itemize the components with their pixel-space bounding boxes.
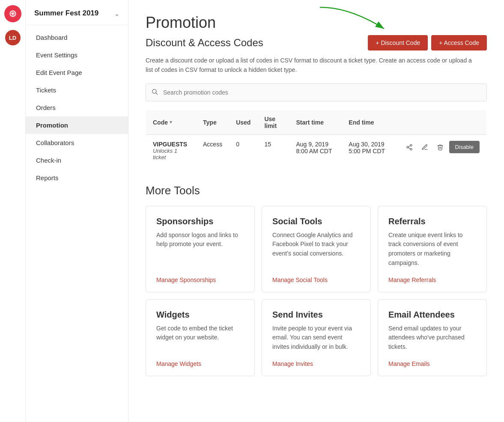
manage-social-tools-link[interactable]: Manage Social Tools — [272, 276, 360, 283]
section-buttons: + Discount Code + Access Code — [368, 35, 487, 51]
cell-used: 0 — [229, 134, 257, 166]
sidebar-nav-items: Dashboard Event Settings Edit Event Page… — [26, 25, 128, 190]
sidebar-nav: Summer Fest 2019 ⌄ Dashboard Event Setti… — [26, 0, 128, 422]
manage-emails-link[interactable]: Manage Emails — [388, 360, 476, 367]
svg-line-8 — [408, 146, 410, 147]
more-tools-title: More Tools — [146, 184, 487, 197]
col-header-actions — [396, 110, 487, 134]
tool-card-title-social-tools: Social Tools — [272, 217, 360, 226]
tool-card-email-attendees: Email Attendees Send email updates to yo… — [378, 299, 487, 376]
table-row: VIPGUESTS Unlocks 1 ticket Access 0 15 A… — [146, 134, 487, 166]
tool-card-desc-sponsorships: Add sponsor logos and links to help prom… — [156, 231, 244, 268]
tool-card-desc-social-tools: Connect Google Analytics and Facebook Pi… — [272, 231, 360, 268]
col-header-type: Type — [196, 110, 229, 134]
sidebar-item-edit-event-page[interactable]: Edit Event Page — [26, 64, 128, 81]
sidebar-item-promotion[interactable]: Promotion — [26, 116, 128, 134]
sidebar-item-event-settings[interactable]: Event Settings — [26, 46, 128, 64]
tool-card-desc-widgets: Get code to embed the ticket widget on y… — [156, 324, 244, 352]
col-header-used: Used — [229, 110, 257, 134]
section-title: Discount & Access Codes — [146, 37, 263, 49]
tool-card-send-invites: Send Invites Invite people to your event… — [262, 299, 371, 376]
cell-end-time: Aug 30, 2019 5:00 PM CDT — [342, 134, 396, 166]
svg-line-3 — [156, 93, 158, 95]
cell-use-limit: 15 — [257, 134, 289, 166]
manage-sponsorships-link[interactable]: Manage Sponsorships — [156, 276, 244, 283]
tool-card-desc-email-attendees: Send email updates to your attendees who… — [388, 324, 476, 352]
sidebar-item-reports[interactable]: Reports — [26, 169, 128, 187]
sort-icon: ▾ — [170, 119, 172, 125]
tool-card-referrals: Referrals Create unique event links to t… — [378, 206, 487, 292]
search-input[interactable] — [163, 85, 486, 100]
cell-code: VIPGUESTS Unlocks 1 ticket — [146, 134, 197, 166]
page-title: Promotion — [146, 14, 487, 32]
access-code-button[interactable]: + Access Code — [431, 35, 487, 51]
cell-actions: Disable — [396, 134, 487, 166]
tool-card-sponsorships: Sponsorships Add sponsor logos and links… — [146, 206, 255, 292]
sidebar-item-check-in[interactable]: Check-in — [26, 152, 128, 169]
tool-card-title-email-attendees: Email Attendees — [388, 310, 476, 320]
manage-referrals-link[interactable]: Manage Referrals — [388, 276, 476, 283]
event-header: Summer Fest 2019 ⌄ — [26, 0, 128, 25]
codes-table: Code ▾ Type Used Use limit Start time En… — [146, 110, 487, 167]
col-header-end-time: End time — [342, 110, 396, 134]
discount-code-button[interactable]: + Discount Code — [368, 35, 428, 51]
sidebar-item-tickets[interactable]: Tickets — [26, 81, 128, 99]
brand-logo — [4, 5, 21, 22]
svg-line-7 — [408, 148, 410, 149]
event-title: Summer Fest 2019 — [34, 9, 98, 18]
tools-grid: Sponsorships Add sponsor logos and links… — [146, 206, 487, 376]
col-header-start-time: Start time — [289, 110, 342, 134]
chevron-down-icon[interactable]: ⌄ — [114, 10, 119, 17]
sidebar-item-orders[interactable]: Orders — [26, 99, 128, 116]
tool-card-widgets: Widgets Get code to embed the ticket wid… — [146, 299, 255, 376]
cell-start-time: Aug 9, 2019 8:00 AM CDT — [289, 134, 342, 166]
search-icon — [146, 84, 163, 101]
brand-strip: LD — [0, 0, 26, 422]
col-header-use-limit: Use limit — [257, 110, 289, 134]
main-content: Promotion Discount & Access Codes + Disc… — [128, 0, 504, 422]
tool-card-desc-send-invites: Invite people to your event via email. Y… — [272, 324, 360, 352]
tool-card-title-widgets: Widgets — [156, 310, 244, 320]
manage-widgets-link[interactable]: Manage Widgets — [156, 360, 244, 367]
code-sub: Unlocks 1 ticket — [153, 148, 189, 160]
share-icon[interactable] — [403, 141, 416, 154]
table-actions: Disable — [403, 141, 480, 154]
edit-icon[interactable] — [418, 141, 431, 154]
tool-card-social-tools: Social Tools Connect Google Analytics an… — [262, 206, 371, 292]
disable-button[interactable]: Disable — [449, 141, 480, 153]
tool-card-title-referrals: Referrals — [388, 217, 476, 226]
sidebar-item-collaborators[interactable]: Collaborators — [26, 134, 128, 152]
tool-card-desc-referrals: Create unique event links to track conve… — [388, 231, 476, 268]
sidebar-item-dashboard[interactable]: Dashboard — [26, 29, 128, 46]
delete-icon[interactable] — [434, 141, 447, 154]
code-name: VIPGUESTS — [153, 141, 189, 148]
avatar[interactable]: LD — [5, 30, 21, 45]
cell-type: Access — [196, 134, 229, 166]
manage-invites-link[interactable]: Manage Invites — [272, 360, 360, 367]
tool-card-title-send-invites: Send Invites — [272, 310, 360, 320]
tool-card-title-sponsorships: Sponsorships — [156, 217, 244, 226]
search-bar — [146, 83, 487, 101]
col-header-code[interactable]: Code ▾ — [146, 110, 197, 134]
section-description: Create a discount code or upload a list … — [146, 56, 480, 75]
